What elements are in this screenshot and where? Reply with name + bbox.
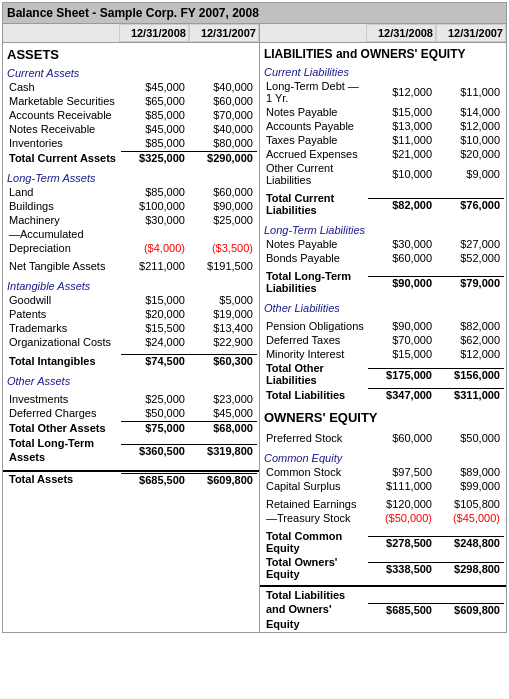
- list-item: Organizational Costs $24,000 $22,900: [3, 335, 259, 349]
- row-label: Pension Obligations: [262, 320, 368, 332]
- row-label: Common Stock: [262, 466, 368, 478]
- list-item: Goodwill $15,000 $5,000: [3, 293, 259, 307]
- list-item: Machinery $30,000 $25,000: [3, 213, 259, 227]
- row-val: $79,000: [436, 276, 504, 289]
- row-val: $325,000: [121, 151, 189, 164]
- preferred-stock: Preferred Stock $60,000 $50,000: [260, 431, 506, 445]
- row-val: $11,000: [368, 134, 436, 146]
- row-val: $50,000: [436, 432, 504, 444]
- row-label: Net Tangible Assets: [5, 260, 121, 272]
- list-item: Accounts Receivable $85,000 $70,000: [3, 108, 259, 122]
- row-label: Taxes Payable: [262, 134, 368, 146]
- row-val: $74,500: [121, 354, 189, 367]
- total-current-liabilities: Total Current Liabilities $82,000 $76,00…: [260, 191, 506, 217]
- row-val: $298,800: [436, 562, 504, 575]
- row-val: $52,000: [436, 252, 504, 264]
- list-item: Deferred Taxes $70,000 $62,000: [260, 333, 506, 347]
- row-val: $65,000: [121, 95, 189, 107]
- total-owners-equity: Total Owners' Equity $338,500 $298,800: [260, 555, 506, 581]
- row-val: $175,000: [368, 368, 436, 381]
- row-val: $311,000: [436, 388, 504, 401]
- row-val: $609,800: [189, 473, 257, 486]
- row-val: $82,000: [436, 320, 504, 332]
- main-table: ASSETS Current Assets Cash $45,000 $40,0…: [2, 42, 507, 633]
- row-label: Depreciation: [5, 242, 121, 254]
- liabilities-title: LIABILITIES and OWNERS' EQUITY: [260, 43, 506, 63]
- row-label: Machinery: [5, 214, 121, 226]
- row-label: Total Intangibles: [5, 355, 121, 367]
- row-val: $685,500: [121, 473, 189, 486]
- row-label: Total Long-TermAssets: [5, 436, 121, 465]
- row-val: $99,000: [436, 480, 504, 492]
- row-val: $90,000: [368, 320, 436, 332]
- row-val: $40,000: [189, 81, 257, 93]
- assets-title: ASSETS: [3, 43, 259, 64]
- list-item: Long-Term Debt — 1 Yr. $12,000 $11,000: [260, 79, 506, 105]
- row-val: $60,000: [368, 252, 436, 264]
- row-val: $338,500: [368, 562, 436, 575]
- row-val: $70,000: [189, 109, 257, 121]
- row-val: $60,000: [189, 186, 257, 198]
- list-item: Inventories $85,000 $80,000: [3, 136, 259, 150]
- list-item: Cash $45,000 $40,000: [3, 80, 259, 94]
- long-term-assets-title: Long-Term Assets: [3, 169, 259, 185]
- row-val: $100,000: [121, 200, 189, 212]
- page-header: Balance Sheet - Sample Corp. FY 2007, 20…: [2, 2, 507, 24]
- row-label: Long-Term Debt — 1 Yr.: [262, 80, 368, 104]
- total-other-assets: Total Other Assets $75,000 $68,000: [3, 420, 259, 435]
- row-val: $30,000: [121, 214, 189, 226]
- row-val: $22,900: [189, 336, 257, 348]
- row-label: Investments: [5, 393, 121, 405]
- row-label: Trademarks: [5, 322, 121, 334]
- net-tangible-assets: Net Tangible Assets $211,000 $191,500: [3, 259, 259, 273]
- row-label: Total Current Assets: [5, 152, 121, 164]
- row-val: $105,800: [436, 498, 504, 510]
- row-val: $15,000: [121, 294, 189, 306]
- row-val: $14,000: [436, 106, 504, 118]
- row-val: $23,000: [189, 393, 257, 405]
- row-label: Capital Surplus: [262, 480, 368, 492]
- total-liabilities-owners-equity: Total Liabilitiesand Owners' Equity $685…: [260, 585, 506, 632]
- total-current-assets: Total Current Assets $325,000 $290,000: [3, 150, 259, 165]
- list-item: Notes Payable $15,000 $14,000: [260, 105, 506, 119]
- list-item: Patents $20,000 $19,000: [3, 307, 259, 321]
- row-val: $85,000: [121, 109, 189, 121]
- right-panel: LIABILITIES and OWNERS' EQUITY Current L…: [260, 43, 506, 632]
- list-item: Deferred Charges $50,000 $45,000: [3, 406, 259, 420]
- row-val: $19,000: [189, 308, 257, 320]
- row-label: Accounts Payable: [262, 120, 368, 132]
- row-val: $60,000: [189, 95, 257, 107]
- row-val: $21,000: [368, 148, 436, 160]
- row-val: $12,000: [436, 120, 504, 132]
- row-label: Cash: [5, 81, 121, 93]
- row-label: Total Current Liabilities: [262, 192, 368, 216]
- row-label: Retained Earnings: [262, 498, 368, 510]
- owners-equity-title: OWNERS' EQUITY: [260, 406, 506, 427]
- row-label: Total Liabilities: [262, 389, 368, 401]
- row-label: Total Common Equity: [262, 530, 368, 554]
- row-label: Total Liabilitiesand Owners' Equity: [262, 588, 368, 631]
- row-val: $15,000: [368, 348, 436, 360]
- row-val: $45,000: [121, 81, 189, 93]
- row-label: Inventories: [5, 137, 121, 149]
- row-label: Land: [5, 186, 121, 198]
- row-val: $156,000: [436, 368, 504, 381]
- row-val: $211,000: [121, 260, 189, 272]
- list-item: Other Current Liabilities $10,000 $9,000: [260, 161, 506, 187]
- row-label: Total Long-Term Liabilities: [262, 270, 368, 294]
- list-item: Common Stock $97,500 $89,000: [260, 465, 506, 479]
- list-item: Notes Receivable $45,000 $40,000: [3, 122, 259, 136]
- row-label: Goodwill: [5, 294, 121, 306]
- row-label: Minority Interest: [262, 348, 368, 360]
- row-val: $76,000: [436, 198, 504, 211]
- list-item: Accrued Expenses $21,000 $20,000: [260, 147, 506, 161]
- row-val: ($3,500): [189, 242, 257, 254]
- row-val: $5,000: [189, 294, 257, 306]
- retained-earnings: Retained Earnings $120,000 $105,800: [260, 497, 506, 511]
- row-val: $40,000: [189, 123, 257, 135]
- row-label: —Accumulated: [5, 228, 121, 240]
- row-val: $60,300: [189, 354, 257, 367]
- row-val: $319,800: [189, 444, 257, 457]
- total-long-term-liabilities: Total Long-Term Liabilities $90,000 $79,…: [260, 269, 506, 295]
- total-assets: Total Assets $685,500 $609,800: [3, 470, 259, 487]
